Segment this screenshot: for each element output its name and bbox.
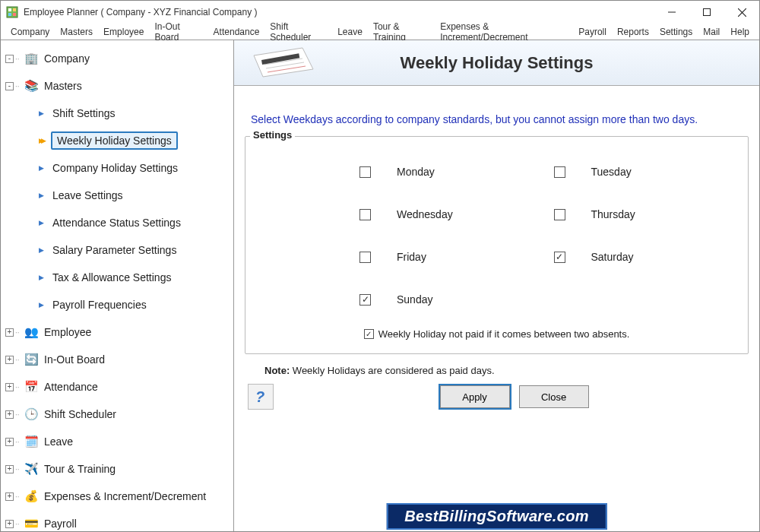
close-panel-button[interactable]: Close (519, 385, 589, 408)
node-label: Attendance (43, 379, 100, 394)
expand-icon[interactable]: - (5, 55, 14, 63)
tree-node-attendance[interactable]: +··📅Attendance (2, 373, 232, 401)
tree-connector-icon: ·· (15, 55, 21, 63)
expand-icon[interactable]: + (5, 492, 14, 501)
day-checkbox-monday[interactable] (359, 166, 371, 178)
arrow-icon (36, 245, 46, 255)
close-button[interactable] (724, 1, 759, 24)
menu-item-employee[interactable]: Employee (98, 27, 149, 37)
menu-item-help[interactable]: Help (725, 27, 755, 37)
tree-connector-icon: ·· (15, 492, 21, 501)
tree-child-salary-parameter-settings[interactable]: Salary Parameter Settings (2, 236, 232, 264)
window-title: Employee Planner ( Company - XYZ Financi… (24, 7, 654, 17)
tree-node-tour-training[interactable]: +··✈️Tour & Training (2, 455, 232, 483)
tree-node-expenses-increment-decrement[interactable]: +··💰Expenses & Increment/Decrement (2, 483, 232, 510)
menu-item-company[interactable]: Company (5, 27, 55, 37)
expand-icon[interactable]: + (5, 410, 14, 419)
day-label: Sunday (397, 293, 432, 306)
footer-banner: BestBillingSoftware.com (386, 503, 607, 530)
menu-item-reports[interactable]: Reports (612, 27, 654, 37)
node-label: Payroll (43, 516, 78, 531)
node-label: Company Holiday Settings (51, 160, 179, 176)
arrow-icon (36, 135, 46, 146)
paid-note-checkbox[interactable] (364, 329, 374, 339)
settings-legend: Settings (250, 129, 295, 141)
day-label: Tuesday (591, 166, 632, 178)
paid-note-row: Weekly Holiday not paid if it comes betw… (261, 328, 733, 340)
node-icon: 🕒 (24, 407, 38, 421)
apply-button[interactable]: Apply (440, 385, 510, 408)
day-checkbox-thursday[interactable] (554, 209, 565, 220)
settings-fieldset: Settings MondayTuesdayWednesdayThursdayF… (245, 136, 749, 354)
main-panel: Weekly Holiday Settings Select Weekdays … (234, 40, 759, 531)
day-checkbox-tuesday[interactable] (554, 166, 565, 178)
menu-item-in-out-board[interactable]: In-Out Board (149, 21, 207, 43)
arrow-icon (36, 272, 46, 283)
expand-icon[interactable]: + (5, 465, 14, 473)
tree-node-masters[interactable]: -··📚Masters (2, 72, 232, 100)
expand-icon[interactable]: + (5, 520, 14, 528)
day-checkbox-friday[interactable] (359, 252, 371, 263)
node-icon: 🔄 (24, 353, 38, 366)
day-friday: Friday (359, 251, 539, 263)
tree-connector-icon: ·· (15, 383, 21, 391)
tree-child-company-holiday-settings[interactable]: Company Holiday Settings (2, 154, 232, 182)
page-note: Note: Weekly Holidays are considered as … (264, 365, 759, 376)
day-monday: Monday (359, 166, 539, 178)
menu-item-leave[interactable]: Leave (332, 27, 368, 37)
tree-node-in-out-board[interactable]: +··🔄In-Out Board (2, 346, 232, 373)
menu-item-payroll[interactable]: Payroll (573, 27, 612, 37)
arrow-icon (36, 108, 46, 119)
node-label: Shift Settings (51, 106, 117, 121)
menu-item-shift-scheduler[interactable]: Shift Scheduler (264, 21, 332, 43)
tree-node-shift-scheduler[interactable]: +··🕒Shift Scheduler (2, 401, 232, 428)
minimize-button[interactable] (654, 1, 689, 24)
node-label: Expenses & Increment/Decrement (43, 489, 207, 504)
expand-icon[interactable]: + (5, 383, 14, 391)
arrow-icon (36, 190, 46, 201)
menu-item-attendance[interactable]: Attendance (208, 27, 265, 37)
expand-icon[interactable]: - (5, 82, 14, 90)
tree-node-payroll[interactable]: +··💳Payroll (2, 510, 232, 531)
tree-node-leave[interactable]: +··🗓️Leave (2, 428, 232, 455)
node-label: Weekly Holiday Settings (51, 131, 178, 150)
tree-node-employee[interactable]: +··👥Employee (2, 318, 232, 346)
expand-icon[interactable]: + (5, 438, 14, 446)
header-illustration-icon (240, 43, 324, 83)
node-label: Leave (43, 434, 74, 449)
tree-child-payroll-frequencies[interactable]: Payroll Frequencies (2, 291, 232, 318)
day-checkbox-sunday[interactable] (359, 294, 371, 306)
menu-item-expenses-increment-decrement[interactable]: Expenses & Increment/Decrement (435, 21, 573, 43)
note-label: Note: (264, 365, 290, 376)
tree-connector-icon: ·· (15, 410, 21, 419)
day-checkbox-saturday[interactable] (554, 252, 565, 263)
tree-node-company[interactable]: -··🏢Company (2, 45, 232, 72)
day-label: Monday (397, 166, 435, 178)
tree-child-leave-settings[interactable]: Leave Settings (2, 182, 232, 209)
day-tuesday: Tuesday (554, 166, 733, 178)
day-label: Friday (397, 251, 426, 263)
node-label: Payroll Frequencies (51, 297, 148, 312)
button-bar: ? Apply Close (234, 381, 759, 417)
node-label: Leave Settings (51, 188, 125, 203)
day-wednesday: Wednesday (359, 208, 539, 220)
panel-header: Weekly Holiday Settings (234, 40, 759, 86)
tree-child-shift-settings[interactable]: Shift Settings (2, 100, 232, 127)
svg-rect-2 (13, 8, 16, 11)
node-label: Employee (43, 325, 93, 340)
expand-icon[interactable]: + (5, 328, 14, 337)
node-icon: 🗓️ (24, 435, 38, 448)
day-checkbox-wednesday[interactable] (359, 209, 371, 220)
node-icon: 💰 (24, 489, 38, 503)
expand-icon[interactable]: + (5, 356, 14, 364)
menu-item-settings[interactable]: Settings (654, 27, 698, 37)
maximize-button[interactable] (689, 1, 724, 24)
tree-child-tax-allowance-settings[interactable]: Tax & Allowance Settings (2, 264, 232, 291)
tree-child-attendance-status-settings[interactable]: Attendance Status Settings (2, 209, 232, 236)
menu-item-mail[interactable]: Mail (698, 27, 725, 37)
menu-item-tour-training[interactable]: Tour & Training (368, 21, 435, 43)
tree-child-weekly-holiday-settings[interactable]: Weekly Holiday Settings (2, 127, 232, 154)
sidebar-tree: -··🏢Company-··📚MastersShift SettingsWeek… (1, 40, 234, 531)
menu-item-masters[interactable]: Masters (55, 27, 98, 37)
help-button[interactable]: ? (248, 384, 274, 410)
